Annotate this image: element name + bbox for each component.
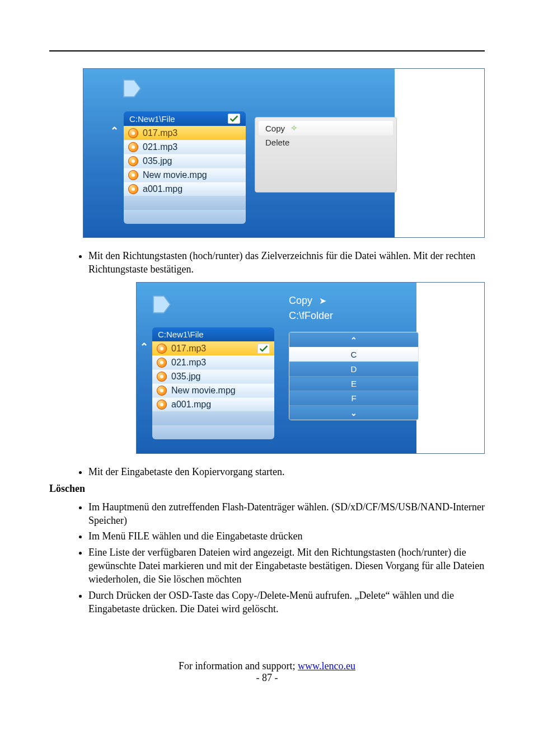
destination-panel: Copy ➤ C:\fFolder ⌃ C D E F ⌄ <box>289 295 419 420</box>
svg-marker-1 <box>153 295 170 312</box>
file-path: C:New1\File <box>158 330 204 339</box>
footer-info: For information and support; <box>179 660 298 672</box>
horizontal-rule <box>49 50 485 51</box>
file-row[interactable]: 021.mp3 <box>124 140 246 154</box>
media-disc-icon <box>157 400 167 410</box>
file-row[interactable]: 035.jpg <box>124 154 246 168</box>
media-disc-icon <box>128 184 138 194</box>
media-disc-icon <box>157 358 167 368</box>
drive-list: ⌃ C D E F ⌄ <box>289 332 419 420</box>
empty-row <box>152 425 274 439</box>
media-disc-icon <box>157 372 167 382</box>
file-name: 021.mp3 <box>171 358 206 368</box>
media-disc-icon <box>128 128 138 138</box>
empty-row <box>152 411 274 425</box>
up-arrow-icon: ⌃ <box>110 125 119 137</box>
instruction-bullet: Mit den Richtungstasten (hoch/runter) da… <box>88 249 485 276</box>
file-name: 035.jpg <box>143 156 172 166</box>
instruction-list: Mit den Richtungstasten (hoch/runter) da… <box>49 249 485 276</box>
instruction-bullet: Im Hauptmenü den zutreffenden Flash-Date… <box>88 500 485 528</box>
instruction-bullet: Durch Drücken der OSD-Taste das Copy-/De… <box>88 589 485 616</box>
context-menu: Copy ✧ Delete <box>255 117 397 192</box>
instruction-bullet: Im Menü FILE wählen und die Eingabetaste… <box>88 529 485 543</box>
media-disc-icon <box>128 142 138 152</box>
dest-title: Copy <box>289 295 312 307</box>
file-list-header: C:New1\File <box>152 327 274 341</box>
section-heading-delete: Löschen <box>49 483 485 495</box>
menu-item-copy[interactable]: Copy ✧ <box>259 121 393 135</box>
drive-item[interactable]: D <box>289 361 418 376</box>
menu-item-delete[interactable]: Delete <box>259 135 393 149</box>
screenshot-copy-menu: ⌃ C:New1\File 017.mp3 021.mp3 <box>83 68 485 238</box>
file-name: New movie.mpg <box>171 386 236 396</box>
file-row[interactable]: 021.mp3 <box>152 355 274 369</box>
file-list-panel: C:New1\File 017.mp3 021.mp3 <box>152 327 274 439</box>
file-row[interactable]: a001.mpg <box>152 397 274 411</box>
page-footer: For information and support; www.lenco.e… <box>49 660 485 684</box>
empty-row <box>124 196 246 210</box>
file-row[interactable]: New movie.mpg <box>152 383 274 397</box>
file-list-panel: C:New1\File 017.mp3 021.mp3 035.jpg <box>124 111 246 224</box>
instruction-bullet: Eine Liste der verfügbaren Dateien wird … <box>88 546 485 586</box>
up-arrow-icon: ⌃ <box>140 341 148 353</box>
cursor-icon: ➤ <box>319 295 326 306</box>
check-icon <box>228 114 240 124</box>
file-name: 021.mp3 <box>143 142 177 152</box>
drive-item[interactable]: C <box>289 347 418 361</box>
tag-icon <box>151 294 172 315</box>
page-number: - 87 - <box>49 672 485 684</box>
scroll-up-button[interactable]: ⌃ <box>289 332 418 347</box>
check-icon <box>257 344 270 354</box>
media-disc-icon <box>157 386 167 396</box>
drive-item[interactable]: E <box>289 376 418 391</box>
svg-marker-0 <box>124 80 140 97</box>
menu-label: Delete <box>265 138 289 147</box>
file-name: New movie.mpg <box>143 170 207 180</box>
media-disc-icon <box>157 344 167 354</box>
screenshot-destination: ⌃ C:New1\File 017.mp3 021.mp3 <box>136 282 485 454</box>
scroll-down-button[interactable]: ⌄ <box>289 405 418 420</box>
media-disc-icon <box>128 156 138 166</box>
file-row[interactable]: a001.mpg <box>124 182 246 196</box>
file-row[interactable]: 017.mp3 <box>124 126 246 140</box>
file-row[interactable]: 017.mp3 <box>152 341 274 355</box>
empty-row <box>124 210 246 224</box>
menu-label: Copy <box>265 124 285 133</box>
delete-instruction-list: Im Hauptmenü den zutreffenden Flash-Date… <box>49 500 485 616</box>
file-name: 017.mp3 <box>143 128 177 138</box>
file-name: 035.jpg <box>171 372 201 382</box>
file-name: 017.mp3 <box>171 344 206 354</box>
tag-icon <box>121 78 143 99</box>
file-path: C:New1\File <box>129 114 175 124</box>
dest-path: C:\fFolder <box>289 310 419 322</box>
instruction-bullet: Mit der Eingabetaste den Kopiervorgang s… <box>88 465 485 478</box>
file-name: a001.mpg <box>171 400 211 410</box>
drive-item[interactable]: F <box>289 391 418 405</box>
footer-link[interactable]: www.lenco.eu <box>298 660 355 672</box>
file-name: a001.mpg <box>143 184 182 194</box>
file-row[interactable]: 035.jpg <box>152 369 274 383</box>
media-disc-icon <box>128 170 138 180</box>
instruction-list: Mit der Eingabetaste den Kopiervorgang s… <box>49 465 485 478</box>
file-row[interactable]: New movie.mpg <box>124 168 246 182</box>
file-list-header: C:New1\File <box>124 111 246 126</box>
sparkle-icon: ✧ <box>291 123 298 133</box>
